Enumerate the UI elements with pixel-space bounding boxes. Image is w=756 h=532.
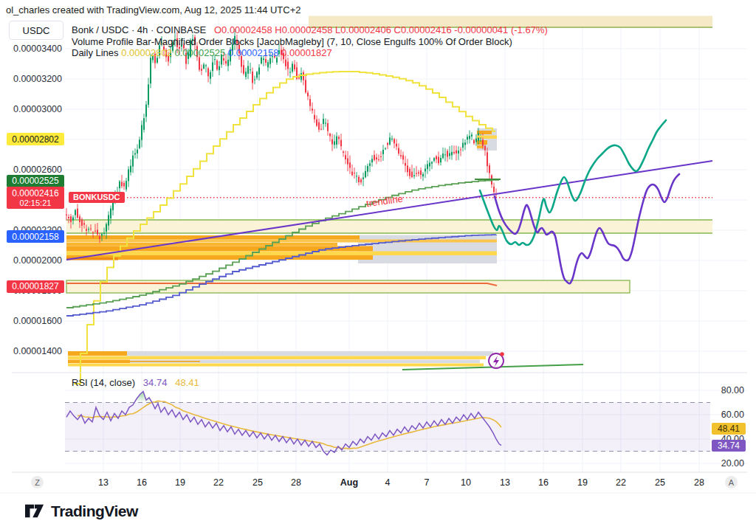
candle-body	[323, 119, 324, 124]
candle-body	[371, 159, 373, 162]
legend-line-ohlc[interactable]: Bonk / USDC · 4h · COINBASE O0.00002458 …	[72, 24, 548, 35]
candle-body	[442, 153, 444, 158]
volume-profile-bar	[66, 240, 497, 243]
candle-body	[119, 182, 120, 188]
time-axis-tick: 22	[616, 477, 626, 488]
legend-line-indicator[interactable]: Volume Profile Bar-Magnified Order Block…	[72, 36, 512, 47]
volume-profile-bar	[68, 360, 130, 364]
rsi-axis-label: 80.00	[710, 385, 744, 395]
candle-body	[458, 151, 459, 153]
time-axis-tick: 13	[500, 477, 510, 488]
candle-body	[267, 62, 269, 67]
candle-body	[81, 219, 83, 226]
candle-body	[444, 154, 446, 155]
rsi-ma-value: 48.41	[175, 377, 199, 388]
candle-body	[316, 120, 317, 126]
candle-body	[309, 99, 311, 106]
candle-body	[247, 66, 249, 74]
candle-body	[276, 58, 278, 62]
candle-body	[354, 173, 355, 173]
candle-body	[484, 146, 486, 151]
rsi-axis-label: 20.00	[710, 458, 744, 469]
price-axis-label: 0.00002000	[0, 255, 62, 266]
candle-body	[201, 69, 202, 71]
lightning-alert-dot	[500, 352, 504, 356]
candle-body	[440, 158, 441, 162]
legend-symbol-title[interactable]: Bonk / USDC · 4h · COINBASE	[72, 24, 206, 35]
volume-profile-bar	[68, 351, 127, 356]
rsi-axis-badge: 48.41	[712, 423, 746, 435]
volume-profile-bar	[66, 252, 497, 256]
candle-body	[389, 137, 391, 144]
tradingview-logo-icon	[25, 502, 44, 521]
candle-body	[250, 69, 251, 70]
candle-body	[66, 215, 67, 215]
candle-body	[70, 216, 72, 222]
rsi-axis-badge: 34.74	[712, 440, 746, 452]
tradingview-published-chart: ol_charles created with TradingView.com,…	[0, 0, 756, 532]
time-axis-tick: 16	[538, 477, 549, 488]
attribution-text: ol_charles created with TradingView.com,…	[6, 4, 301, 15]
candle-body	[460, 149, 461, 150]
candle-body	[252, 72, 253, 83]
candle-body	[292, 63, 293, 72]
daily-lines-label: Daily Lines	[72, 47, 119, 58]
candle-body	[325, 122, 326, 123]
candle-body	[68, 217, 69, 218]
candle-body	[77, 209, 78, 218]
candle-body	[475, 139, 477, 142]
candle-body	[210, 72, 211, 79]
candle-body	[303, 72, 304, 80]
candle-body	[422, 174, 424, 176]
candle-body	[451, 152, 453, 155]
ohlc-high: H0.00002458	[275, 24, 332, 35]
price-axis-label: 0.00001600	[0, 316, 62, 326]
rsi-title[interactable]: RSI (14, close)	[72, 377, 135, 388]
candle-body	[126, 181, 127, 190]
candle-body	[493, 187, 495, 192]
candle-body	[254, 80, 255, 80]
symbol-search-button[interactable]: USDC	[9, 21, 63, 40]
price-axis-badge: 0.00001827	[7, 280, 64, 293]
candle-body	[356, 176, 357, 176]
candle-body	[405, 163, 406, 166]
candle-body	[433, 158, 435, 161]
candle-body	[243, 65, 244, 73]
daily-line-value: 0.00002802	[121, 47, 172, 58]
candle-body	[121, 182, 123, 187]
candle-body	[396, 144, 397, 147]
chart-canvas[interactable]	[0, 0, 756, 532]
time-axis-tick: 25	[655, 477, 665, 488]
volume-profile-bar	[127, 351, 493, 356]
candle-body	[285, 60, 286, 66]
rsi-axis-label: 60.00	[710, 410, 744, 420]
candle-body	[137, 150, 138, 153]
candle-body	[90, 229, 92, 229]
candle-body	[110, 209, 111, 218]
candle-body	[327, 123, 329, 131]
time-axis-tick: 4	[385, 477, 391, 488]
candle-body	[205, 66, 207, 66]
price-axis-label: 0.00003400	[0, 44, 62, 54]
tradingview-logo[interactable]: TradingView	[25, 502, 138, 521]
candle-body	[378, 159, 379, 160]
candle-body	[97, 229, 98, 234]
candle-body	[365, 171, 366, 177]
candle-body	[312, 108, 313, 110]
candle-body	[429, 162, 430, 166]
candle-body	[416, 173, 417, 174]
candle-body	[487, 152, 488, 166]
legend-line-daily-lines[interactable]: Daily Lines 0.00002802 0.00002525 0.0000…	[72, 47, 332, 58]
symbol-price-label: BONKUSDC	[69, 192, 125, 203]
time-axis-tick: Aug	[340, 477, 358, 488]
candle-body	[123, 183, 125, 187]
candle-body	[86, 229, 87, 230]
candle-body	[380, 156, 382, 157]
candle-body	[305, 80, 306, 92]
rsi-legend[interactable]: RSI (14, close) 34.74 48.41	[72, 377, 199, 388]
candle-body	[489, 165, 490, 173]
candle-body	[385, 148, 386, 149]
time-axis-tick: 13	[98, 477, 109, 488]
rsi-band	[65, 403, 710, 452]
candle-body	[92, 232, 94, 233]
